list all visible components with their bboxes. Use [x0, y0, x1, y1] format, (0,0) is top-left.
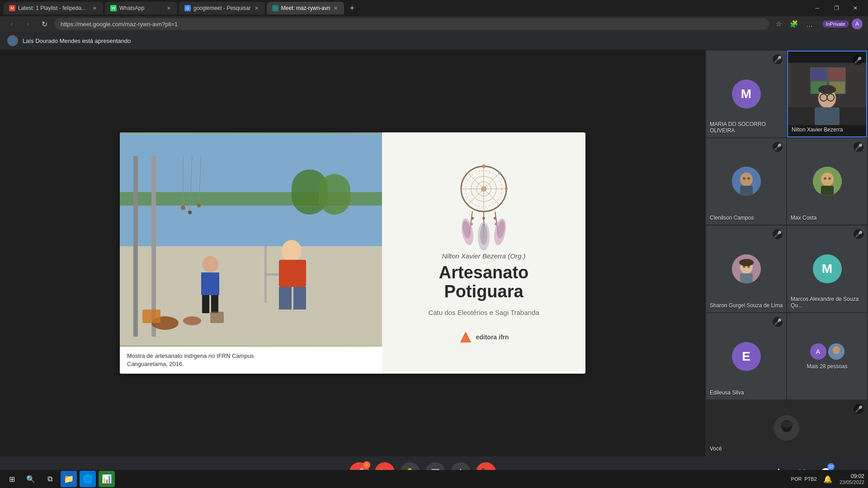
google-favicon: G [184, 5, 191, 11]
browser-profile-avatar[interactable]: A [852, 19, 863, 29]
tab-googlesearch-close[interactable]: ✕ [254, 5, 259, 12]
svg-point-16 [202, 256, 218, 272]
mute-icon-maria: 🎤 [773, 54, 783, 64]
tab-googlesearch[interactable]: G googlemeet - Pesquisar ✕ [179, 2, 265, 14]
svg-point-21 [183, 316, 201, 325]
search-button[interactable]: 🔍 [23, 471, 39, 487]
participants-sidebar: 🎤 M MARIA DO SOCORRO OLIVEIRA 🎤 [705, 50, 868, 456]
whatsapp-favicon: W [110, 5, 117, 11]
svg-rect-3 [319, 174, 350, 215]
slide-right-panel: Nilton Xavier Bezerra (Org.) Artesanato … [382, 132, 585, 374]
participants-grid: 🎤 M MARIA DO SOCORRO OLIVEIRA 🎤 [705, 50, 868, 456]
address-text: https://meet.google.com/maz-rywn-avn?pli… [61, 21, 178, 28]
more-avatar-1: A [810, 343, 826, 360]
publisher-logo-svg [458, 330, 473, 344]
taskbar-app3[interactable]: 📊 [99, 471, 115, 487]
avatar-marcos: M [813, 254, 842, 283]
tab-meet-close[interactable]: ✕ [333, 5, 339, 12]
svg-rect-13 [279, 260, 306, 287]
participant-name-sharon: Sharon Gurgel Souza de Lima [710, 302, 783, 309]
participant-tile-sharon: 🎤 Sharon Gurgel Souza de Lima [706, 225, 786, 312]
main-presentation-area: Mostra de artesanato indígena no IFRN Ca… [0, 50, 705, 456]
participant-tile-edileusa: 🎤 E Edileusa Silva [706, 313, 786, 400]
start-button[interactable]: ⊞ [4, 471, 20, 487]
restore-button[interactable]: ❐ [827, 2, 845, 14]
svg-point-75 [747, 177, 750, 180]
svg-rect-4 [120, 246, 382, 346]
tab-meet[interactable]: 📹 Meet: maz-rywn-avn ✕ [267, 2, 344, 14]
book-title: Artesanato Potiguara [439, 263, 529, 301]
svg-point-40 [498, 172, 501, 174]
address-bar[interactable]: https://meet.google.com/maz-rywn-avn?pli… [54, 18, 769, 30]
slide-caption: Mostra de artesanato indígena no IFRN Ca… [120, 347, 382, 374]
task-view-button[interactable]: ⧉ [42, 471, 58, 487]
refresh-button[interactable]: ↻ [38, 18, 51, 30]
svg-point-85 [743, 265, 745, 268]
more-people-label: Mais 28 pessoas [807, 363, 847, 370]
participant-tile-you: 🎤 Você [706, 400, 867, 455]
mute-icon-you: 🎤 [854, 404, 863, 414]
svg-rect-8 [264, 276, 267, 303]
tab-whatsapp-label: WhatsApp [119, 5, 163, 11]
minimize-button[interactable]: ─ [808, 2, 826, 14]
tab-gmail-close[interactable]: ✕ [92, 5, 98, 12]
tab-whatsapp[interactable]: W WhatsApp ✕ [105, 2, 177, 14]
back-button[interactable]: ‹ [5, 18, 18, 30]
presenter-icon: 👤 [7, 35, 18, 46]
svg-point-74 [743, 177, 745, 180]
svg-point-86 [747, 265, 750, 268]
gmail-favicon: M [9, 5, 15, 11]
svg-point-80 [828, 177, 831, 180]
svg-rect-62 [811, 68, 826, 80]
clock-date: 23/05/2022 [840, 479, 864, 485]
participant-name-clenilson: Clenilson Campos [710, 215, 754, 221]
presenter-notice-text: Laís Dourado Mendes está apresentando [23, 38, 131, 44]
extensions-button[interactable]: 🧩 [788, 18, 801, 30]
svg-point-79 [824, 177, 826, 180]
tab-gmail[interactable]: M Latest: 1 Playlist - felipedantasi5...… [4, 2, 103, 14]
dreamcatcher-svg [448, 162, 520, 252]
slide-container: Mostra de artesanato indígena no IFRN Ca… [120, 132, 585, 374]
participant-tile-marcos: 🎤 M Marcos Alexandre de Souza Qu... [787, 225, 867, 312]
photo-svg [120, 132, 382, 347]
svg-rect-81 [821, 186, 834, 196]
new-tab-button[interactable]: + [346, 4, 358, 13]
mute-icon-edileusa: 🎤 [773, 317, 783, 327]
close-button[interactable]: ✕ [846, 2, 864, 14]
svg-point-52 [470, 223, 473, 225]
taskbar-file-explorer[interactable]: 📁 [61, 471, 77, 487]
svg-point-89 [833, 346, 840, 354]
book-title-line2: Potiguara [444, 282, 523, 301]
more-people-avatars: A [810, 343, 844, 360]
participant-name-edileusa: Edileusa Silva [710, 389, 744, 396]
svg-rect-10 [264, 246, 267, 276]
svg-point-29 [197, 204, 201, 207]
browser-settings-button[interactable]: … [803, 18, 816, 30]
nilton-video-svg [788, 62, 866, 126]
chat-badge: 37 [827, 463, 835, 470]
svg-point-28 [188, 211, 192, 214]
caption-line2: Canguaretama, 2016. [127, 360, 375, 368]
svg-point-54 [482, 224, 485, 226]
svg-rect-5 [133, 156, 138, 337]
mute-icon-clenilson: 🎤 [773, 142, 783, 152]
book-subtitle: Catu dos Eleotérios e Sagi Trabanda [428, 309, 539, 316]
svg-point-78 [821, 173, 834, 186]
avatar-maria: M [732, 80, 761, 108]
svg-point-53 [482, 217, 485, 220]
svg-rect-23 [210, 312, 224, 323]
taskbar-edge[interactable]: 🌐 [80, 471, 96, 487]
participant-tile-maria: 🎤 M MARIA DO SOCORRO OLIVEIRA [706, 51, 786, 137]
language-indicator: POR [791, 476, 802, 482]
svg-rect-70 [815, 107, 840, 125]
sublang-indicator: PTB2 [804, 476, 817, 482]
favorites-button[interactable]: ☆ [773, 18, 785, 30]
book-title-line1: Artesanato [439, 263, 529, 282]
forward-button[interactable]: › [22, 18, 34, 30]
notification-button[interactable]: 🔔 [820, 471, 836, 487]
svg-rect-14 [279, 287, 292, 310]
svg-rect-22 [142, 310, 160, 323]
participant-name-marcos: Marcos Alexandre de Souza Qu... [791, 296, 867, 309]
tab-whatsapp-close[interactable]: ✕ [166, 5, 172, 12]
participant-tile-clenilson: 🎤 Clenilson Campos [706, 138, 786, 225]
